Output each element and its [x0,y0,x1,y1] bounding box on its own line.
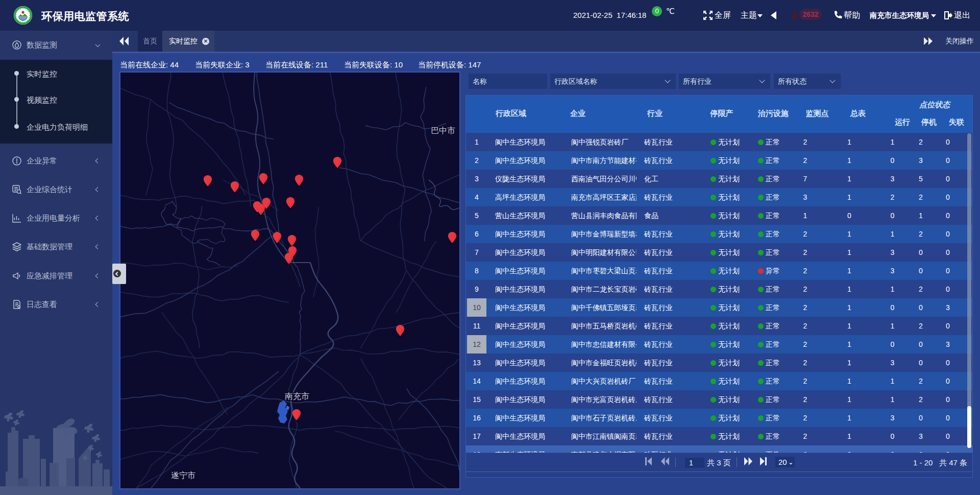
svg-text:南充市: 南充市 [285,392,309,400]
svg-text:巴中市: 巴中市 [431,126,455,135]
svg-text:遂宁市: 遂宁市 [171,471,195,480]
